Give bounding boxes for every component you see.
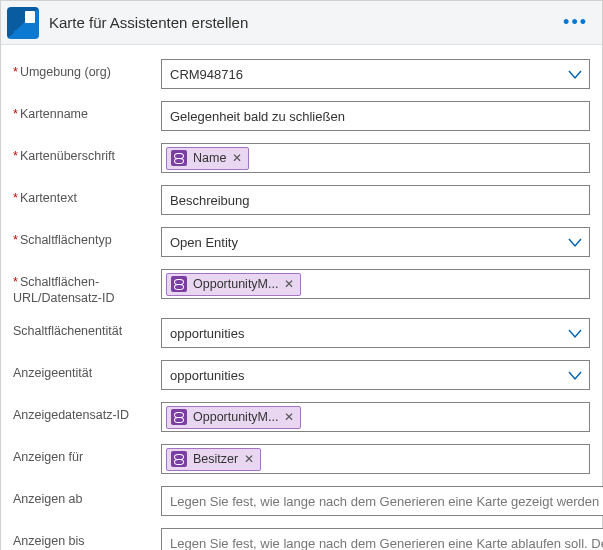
- label-buttonurl: Schaltflächen-URL/Datensatz-ID: [13, 269, 161, 306]
- chevron-down-icon: [567, 368, 583, 382]
- more-menu-button[interactable]: •••: [559, 10, 592, 35]
- action-card: Karte für Assistenten erstellen ••• Umge…: [0, 0, 603, 550]
- token-opportunity-url[interactable]: OpportunityM... ✕: [166, 273, 301, 296]
- showrecordid-tokenfield[interactable]: OpportunityM... ✕: [161, 402, 590, 432]
- card-header: Karte für Assistenten erstellen •••: [1, 1, 602, 45]
- showentity-select[interactable]: opportunities: [161, 360, 590, 390]
- buttontype-value: Open Entity: [170, 235, 561, 250]
- token-owner[interactable]: Besitzer ✕: [166, 448, 261, 471]
- card-title: Karte für Assistenten erstellen: [49, 14, 559, 31]
- database-icon: [171, 150, 187, 166]
- showfrom-input[interactable]: Legen Sie fest, wie lange nach dem Gener…: [161, 486, 603, 516]
- cardtext-value: Beschreibung: [170, 193, 581, 208]
- label-showrecordid: Anzeigedatensatz-ID: [13, 402, 161, 424]
- chevron-down-icon: [567, 67, 583, 81]
- showto-input[interactable]: Legen Sie fest, wie lange nach dem Gener…: [161, 528, 603, 550]
- label-showentity: Anzeigeentität: [13, 360, 161, 382]
- buttonurl-tokenfield[interactable]: OpportunityM... ✕: [161, 269, 590, 299]
- token-remove-icon[interactable]: ✕: [244, 452, 254, 466]
- label-environment: Umgebung (org): [13, 59, 161, 81]
- cardtext-input[interactable]: Beschreibung: [161, 185, 590, 215]
- label-showto: Anzeigen bis: [13, 528, 161, 550]
- token-opportunity-record[interactable]: OpportunityM... ✕: [166, 406, 301, 429]
- cardname-input[interactable]: Gelegenheit bald zu schließen: [161, 101, 590, 131]
- buttonentity-value: opportunities: [170, 326, 561, 341]
- label-buttontype: Schaltflächentyp: [13, 227, 161, 249]
- label-showfrom: Anzeigen ab: [13, 486, 161, 508]
- showfor-tokenfield[interactable]: Besitzer ✕: [161, 444, 590, 474]
- label-cardname: Kartenname: [13, 101, 161, 123]
- chevron-down-icon: [567, 235, 583, 249]
- token-remove-icon[interactable]: ✕: [232, 151, 242, 165]
- cardheader-tokenfield[interactable]: Name ✕: [161, 143, 590, 173]
- database-icon: [171, 409, 187, 425]
- showto-placeholder: Legen Sie fest, wie lange nach dem Gener…: [170, 536, 603, 550]
- label-cardtext: Kartentext: [13, 185, 161, 207]
- cardname-value: Gelegenheit bald zu schließen: [170, 109, 581, 124]
- showfrom-placeholder: Legen Sie fest, wie lange nach dem Gener…: [170, 494, 603, 509]
- environment-value: CRM948716: [170, 67, 561, 82]
- token-remove-icon[interactable]: ✕: [284, 410, 294, 424]
- database-icon: [171, 276, 187, 292]
- label-buttonentity: Schaltflächenentität: [13, 318, 161, 340]
- showentity-value: opportunities: [170, 368, 561, 383]
- token-name[interactable]: Name ✕: [166, 147, 249, 170]
- label-showfor: Anzeigen für: [13, 444, 161, 466]
- token-remove-icon[interactable]: ✕: [284, 277, 294, 291]
- database-icon: [171, 451, 187, 467]
- buttonentity-select[interactable]: opportunities: [161, 318, 590, 348]
- dynamics-icon: [7, 7, 39, 39]
- card-body: Umgebung (org) CRM948716 Kartenname Gele…: [1, 45, 602, 550]
- buttontype-select[interactable]: Open Entity: [161, 227, 590, 257]
- chevron-down-icon: [567, 326, 583, 340]
- label-cardheader: Kartenüberschrift: [13, 143, 161, 165]
- environment-select[interactable]: CRM948716: [161, 59, 590, 89]
